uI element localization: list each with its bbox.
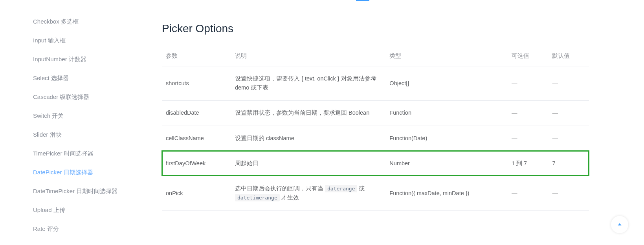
table-row: shortcuts设置快捷选项，需要传入 { text, onClick } 对… <box>162 66 589 101</box>
sidebar-item-6[interactable]: Slider 滑块 <box>33 125 151 144</box>
cell-optional: — <box>508 66 549 101</box>
sidebar-item-2[interactable]: InputNumber 计数器 <box>33 50 151 69</box>
sidebar-item-3[interactable]: Select 选择器 <box>33 69 151 88</box>
cell-param: cellClassName <box>162 126 231 151</box>
cell-default: — <box>548 101 589 126</box>
table-row: cellClassName设置日期的 classNameFunction(Dat… <box>162 126 589 151</box>
caret-up-icon <box>617 222 622 227</box>
cell-type: Function({ maxDate, minDate }) <box>385 176 508 210</box>
code-token: datetimerange <box>235 194 280 201</box>
cell-type: Object[] <box>385 66 508 101</box>
sidebar: Checkbox 多选框Input 输入框InputNumber 计数器Sele… <box>33 1 151 238</box>
cell-desc: 周起始日 <box>231 151 385 176</box>
cell-param: firstDayOfWeek <box>162 151 231 176</box>
header-divider <box>33 1 611 1</box>
cell-type: Number <box>385 151 508 176</box>
cell-default: 7 <box>548 151 589 176</box>
sidebar-item-1[interactable]: Input 输入框 <box>33 31 151 50</box>
sidebar-item-9[interactable]: DateTimePicker 日期时间选择器 <box>33 182 151 201</box>
sidebar-item-5[interactable]: Switch 开关 <box>33 106 151 125</box>
code-token: daterange <box>325 185 357 192</box>
cell-optional: 1 到 7 <box>508 151 549 176</box>
th-desc: 说明 <box>231 46 385 66</box>
cell-param: onPick <box>162 176 231 210</box>
cell-optional: — <box>508 101 549 126</box>
table-row: firstDayOfWeek周起始日Number1 到 77 <box>162 151 589 176</box>
sidebar-item-0[interactable]: Checkbox 多选框 <box>33 12 151 31</box>
sidebar-item-7[interactable]: TimePicker 时间选择器 <box>33 144 151 163</box>
cell-optional: — <box>508 126 549 151</box>
table-row: disabledDate设置禁用状态，参数为当前日期，要求返回 BooleanF… <box>162 101 589 126</box>
main-content: Picker Options 参数 说明 类型 可选值 默认值 shortcut… <box>151 1 644 238</box>
sidebar-item-4[interactable]: Cascader 级联选择器 <box>33 88 151 106</box>
th-default: 默认值 <box>548 46 589 66</box>
cell-default: — <box>548 176 589 210</box>
cell-optional: — <box>508 176 549 210</box>
cell-desc: 设置快捷选项，需要传入 { text, onClick } 对象用法参考 dem… <box>231 66 385 101</box>
back-to-top-button[interactable] <box>611 216 628 233</box>
section-title: Picker Options <box>162 22 589 35</box>
cell-default: — <box>548 126 589 151</box>
table-row: onPick选中日期后会执行的回调，只有当 daterange 或 dateti… <box>162 176 589 210</box>
active-tab-indicator <box>356 0 369 1</box>
table-header-row: 参数 说明 类型 可选值 默认值 <box>162 46 589 66</box>
cell-type: Function(Date) <box>385 126 508 151</box>
cell-desc: 选中日期后会执行的回调，只有当 daterange 或 datetimerang… <box>231 176 385 210</box>
th-param: 参数 <box>162 46 231 66</box>
sidebar-item-11[interactable]: Rate 评分 <box>33 219 151 238</box>
cell-desc: 设置禁用状态，参数为当前日期，要求返回 Boolean <box>231 101 385 126</box>
cell-param: shortcuts <box>162 66 231 101</box>
sidebar-item-10[interactable]: Upload 上传 <box>33 201 151 219</box>
th-type: 类型 <box>385 46 508 66</box>
cell-type: Function <box>385 101 508 126</box>
cell-default: — <box>548 66 589 101</box>
cell-desc: 设置日期的 className <box>231 126 385 151</box>
th-optional: 可选值 <box>508 46 549 66</box>
cell-param: disabledDate <box>162 101 231 126</box>
sidebar-item-8[interactable]: DatePicker 日期选择器 <box>33 163 151 182</box>
api-table: 参数 说明 类型 可选值 默认值 shortcuts设置快捷选项，需要传入 { … <box>162 46 589 210</box>
